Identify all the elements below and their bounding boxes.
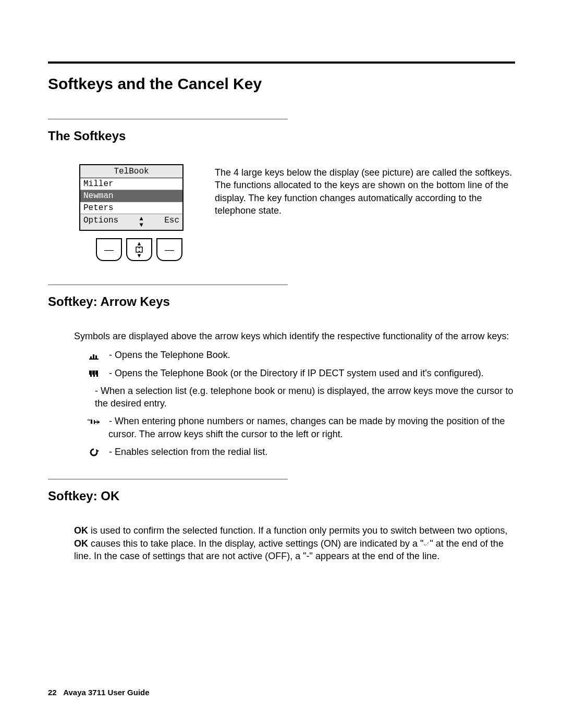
softkey-right: — (156, 238, 182, 261)
svg-rect-6 (95, 371, 98, 375)
page-title: Softkeys and the Cancel Key (48, 75, 515, 93)
top-rule (48, 61, 515, 64)
display-item: Peters (80, 202, 182, 214)
softkey-right-label: Esc (164, 216, 179, 228)
page-number: 22 (48, 688, 57, 697)
arrow-item-text: - When a selection list (e.g. telephone … (95, 386, 513, 409)
heading-arrow-keys: Softkey: Arrow Keys (48, 294, 515, 309)
svg-rect-10 (88, 419, 89, 421)
svg-rect-1 (93, 354, 94, 359)
display-softkey-row: Options ▲▼ Esc (80, 214, 182, 230)
section-rule (48, 479, 288, 479)
arrow-item: - When a selection list (e.g. telephone … (95, 385, 515, 410)
checkmark-icon (423, 538, 430, 549)
softkeys-intro-text: The 4 large keys below the display (see … (215, 164, 515, 261)
display-item-selected: Newman (80, 190, 182, 202)
telbook-icon (95, 349, 106, 361)
svg-rect-11 (89, 419, 90, 421)
svg-rect-2 (95, 355, 97, 359)
svg-rect-7 (90, 375, 92, 377)
arrow-item-text: - When entering phone numbers or names, … (106, 416, 505, 439)
svg-rect-12 (91, 419, 92, 424)
arrow-item: - Enables selection from the redial list… (95, 446, 515, 458)
arrow-item-text: - Enables selection from the redial list… (106, 447, 267, 457)
softkey-center: ▲ ▼ (126, 238, 152, 261)
svg-rect-4 (89, 371, 92, 375)
softkey-left: — (96, 238, 122, 261)
ok-text: is used to confirm the selected function… (88, 525, 507, 536)
cursor-icon (95, 415, 106, 427)
svg-rect-3 (89, 359, 99, 360)
arrow-item-text: - Opens the Telephone Book. (106, 350, 230, 360)
ok-bold: OK (74, 538, 88, 549)
ok-bold: OK (74, 525, 88, 536)
svg-rect-8 (93, 375, 95, 377)
phone-display-figure: TelBook Miller Newman Peters Options ▲▼ … (79, 164, 199, 261)
arrow-item: - Opens the Telephone Book (or the Direc… (95, 367, 515, 379)
arrow-intro-text: Symbols are displayed above the arrow ke… (74, 330, 515, 342)
svg-rect-5 (92, 371, 95, 375)
redial-icon (95, 446, 106, 458)
ok-text: causes this to take place. In the displa… (88, 538, 423, 549)
ok-paragraph: OK is used to confirm the selected funct… (74, 524, 515, 562)
display-title: TelBook (80, 165, 182, 178)
arrow-item: - Opens the Telephone Book. (95, 349, 515, 361)
page-footer: 22 Avaya 3711 User Guide (48, 688, 150, 697)
directory-icon (95, 367, 106, 379)
softkey-left-label: Options (83, 216, 118, 228)
heading-ok: Softkey: OK (48, 489, 515, 503)
updown-icon: ▲▼ (140, 216, 143, 228)
section-rule (48, 119, 288, 119)
arrow-item: - When entering phone numbers or names, … (95, 415, 515, 440)
arrow-item-text: - Opens the Telephone Book (or the Direc… (106, 368, 484, 378)
display-item: Miller (80, 178, 182, 190)
svg-rect-9 (96, 375, 98, 377)
section-rule (48, 285, 288, 285)
guide-title: Avaya 3711 User Guide (63, 688, 149, 697)
heading-softkeys: The Softkeys (48, 129, 515, 143)
